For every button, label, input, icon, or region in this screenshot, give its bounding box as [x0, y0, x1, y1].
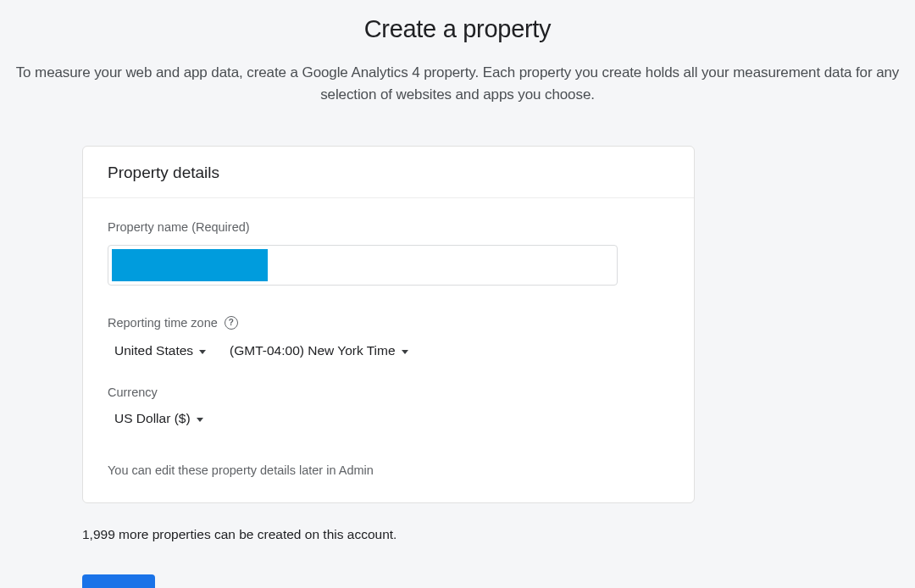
timezone-country-dropdown[interactable]: United States: [114, 343, 206, 358]
timezone-label-text: Reporting time zone: [108, 316, 218, 330]
timezone-zone-value: (GMT-04:00) New York Time: [230, 343, 396, 358]
remaining-properties-text: 1,999 more properties can be created on …: [82, 527, 695, 542]
chevron-down-icon: [402, 350, 408, 354]
property-name-label: Property name (Required): [108, 220, 669, 234]
currency-value: US Dollar ($): [114, 411, 191, 426]
timezone-country-value: United States: [114, 343, 193, 358]
property-name-input[interactable]: [108, 245, 618, 286]
property-details-card: Property details Property name (Required…: [82, 146, 695, 503]
input-selection: [112, 249, 268, 281]
timezone-label: Reporting time zone ?: [108, 316, 669, 330]
help-icon[interactable]: ?: [225, 316, 238, 330]
chevron-down-icon: [197, 418, 203, 422]
next-button[interactable]: Next: [82, 574, 155, 588]
page-subtitle: To measure your web and app data, create…: [0, 62, 915, 105]
chevron-down-icon: [199, 350, 206, 354]
timezone-zone-dropdown[interactable]: (GMT-04:00) New York Time: [230, 343, 408, 358]
card-title: Property details: [108, 164, 670, 182]
currency-label: Currency: [108, 386, 669, 399]
currency-dropdown[interactable]: US Dollar ($): [114, 411, 669, 426]
edit-later-note: You can edit these property details late…: [108, 463, 669, 477]
page-title: Create a property: [0, 15, 915, 43]
